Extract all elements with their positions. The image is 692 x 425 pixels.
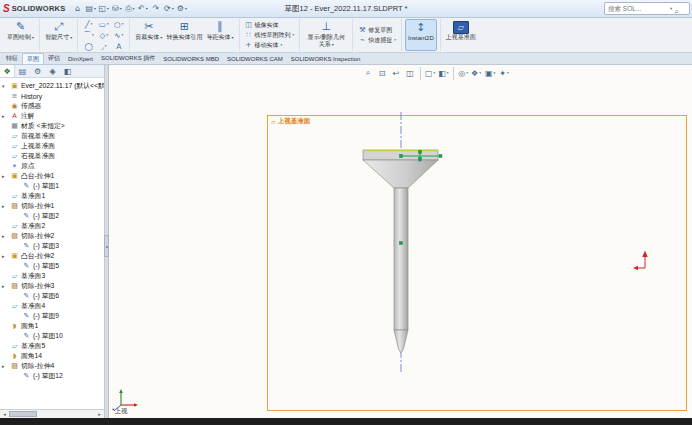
tree-item[interactable]: 基准面4	[2, 301, 104, 311]
instant2d-button[interactable]: ↕ Instant2D	[405, 19, 437, 51]
tree-item[interactable]: 切除-拉伸1	[2, 201, 104, 211]
zoom-area[interactable]: ⊡▾	[375, 67, 389, 80]
line-tool[interactable]: ╱	[81, 19, 96, 30]
search-input[interactable]	[608, 5, 668, 12]
tree-item[interactable]: 材质 <未指定>	[2, 121, 104, 131]
expand-arrow-icon[interactable]	[2, 363, 8, 369]
tree-item[interactable]: 切除-拉伸2	[2, 231, 104, 241]
ribbon-tab[interactable]: 草图	[22, 53, 44, 64]
tree-item[interactable]: (-) 草图9	[2, 311, 104, 321]
sketch-button[interactable]: ✎ 草图绘制	[5, 19, 36, 51]
tree-item[interactable]: 圆角1	[2, 321, 104, 331]
ribbon-tab[interactable]: 评估	[44, 53, 64, 64]
undo-icon[interactable]: ↶	[136, 2, 149, 16]
tree-item[interactable]: (-) 草图2	[2, 211, 104, 221]
print-icon[interactable]: ⎙	[123, 2, 136, 16]
tree-item[interactable]: (-) 草图5	[2, 261, 104, 271]
repair-sketch-button[interactable]: ⚒ 修复草图	[356, 26, 398, 35]
tree-item[interactable]: 凸台-拉伸1	[2, 171, 104, 181]
move-entities-button[interactable]: + 移动实体	[243, 41, 297, 50]
open-icon[interactable]: ◱	[97, 2, 110, 16]
ribbon-tab[interactable]: SOLIDWORKS CAM	[223, 53, 287, 64]
graphics-viewport[interactable]: ⌕▾ ⊡▾ ↩▾ ◫▾ ▢▾ ◧▾	[109, 65, 692, 418]
apply-scene[interactable]: ▣▾	[483, 67, 497, 80]
view-orientation[interactable]: ▢▾	[420, 67, 436, 80]
previous-view[interactable]: ↩▾	[389, 67, 403, 80]
tree-item[interactable]: 基准面3	[2, 271, 104, 281]
convert-entities-button[interactable]: ⊞ 转换实体引用	[164, 19, 204, 51]
home-icon[interactable]: ⌂	[71, 2, 84, 16]
tree-item[interactable]: (-) 草图10	[2, 331, 104, 341]
smart-dimension-button[interactable]: ⤢ 智能尺寸	[43, 19, 74, 51]
tree-item[interactable]: 传感器	[2, 101, 104, 111]
scroll-left-icon[interactable]: ◂	[0, 411, 9, 417]
tree-item[interactable]: History	[2, 91, 104, 101]
zoom-fit[interactable]: ⌕▾	[361, 67, 375, 80]
spline-tool[interactable]: ∿	[111, 30, 126, 41]
panel-horizontal-scrollbar[interactable]: ◂ ▸	[0, 409, 104, 418]
ribbon-tab[interactable]: DimXpert	[64, 53, 97, 64]
expand-arrow-icon[interactable]	[2, 233, 8, 239]
propertymanager-tab[interactable]: ▤	[15, 65, 30, 77]
display-delete-relations-button[interactable]: ⊥ 显示/删除几何关系	[303, 19, 349, 51]
model-valve[interactable]	[109, 65, 692, 418]
ellipse-tool[interactable]: ◯	[81, 41, 96, 52]
text-tool[interactable]: A	[111, 41, 126, 52]
sketch-fillet-tool[interactable]: ◞	[96, 41, 111, 52]
polygon-tool[interactable]: ◇	[96, 30, 111, 41]
tree-item[interactable]: 切除-拉伸4	[2, 361, 104, 371]
valve-body[interactable]	[363, 150, 438, 353]
tree-item[interactable]: 注解	[2, 111, 104, 121]
redo-icon[interactable]: ↷	[149, 2, 162, 16]
edit-appearance[interactable]: ❖▾	[469, 67, 483, 80]
scroll-right-icon[interactable]: ▸	[95, 411, 104, 417]
section-view[interactable]: ◫▾	[403, 67, 417, 80]
tree-item[interactable]: 基准面1	[2, 191, 104, 201]
display-style[interactable]: ◧▾	[436, 67, 450, 80]
scrollbar-thumb[interactable]	[9, 411, 37, 417]
hide-show-items[interactable]: ◎▾	[453, 67, 469, 80]
tree-item[interactable]: 基准面2	[2, 221, 104, 231]
tree-root-item[interactable]: Ever_2022.11.17 (默认<<默认>_显示状态	[2, 80, 104, 91]
ribbon-tab[interactable]: SOLIDWORKS MBD	[159, 53, 223, 64]
tree-item[interactable]: (-) 草图12	[2, 371, 104, 381]
expand-arrow-icon[interactable]	[2, 173, 8, 179]
new-document-icon[interactable]: ▤	[84, 2, 97, 16]
linear-sketch-pattern-button[interactable]: ∷ 线性草图阵列	[243, 31, 297, 40]
tree-item[interactable]: 上视基准面	[2, 141, 104, 151]
expand-arrow-icon[interactable]	[2, 203, 8, 209]
tree-item[interactable]: 前视基准面	[2, 131, 104, 141]
offset-entities-button[interactable]: ∥ 等距实体	[204, 19, 235, 51]
rebuild-icon[interactable]: ⟳	[162, 2, 175, 16]
tree-item[interactable]: 基准面5	[2, 341, 104, 351]
dimxpertmanager-tab[interactable]: ◈	[45, 65, 60, 77]
quick-snaps-button[interactable]: ⌁ 快速捕捉	[356, 36, 398, 45]
ribbon-tab[interactable]: SOLIDWORKS Inspection	[287, 53, 365, 64]
featuremanager-tab[interactable]: ❖	[0, 65, 15, 77]
tree-item[interactable]: 原点	[2, 161, 104, 171]
tree-item[interactable]: (-) 草图3	[2, 241, 104, 251]
options-icon[interactable]: ⚙	[175, 2, 188, 16]
ribbon-tab[interactable]: SOLIDWORKS 插件	[97, 53, 159, 64]
expand-arrow-icon[interactable]	[2, 113, 8, 119]
tree-item[interactable]: 凸台-拉伸2	[2, 251, 104, 261]
view-settings[interactable]: ✦▾	[497, 67, 511, 80]
tree-item[interactable]: (-) 草图1	[2, 181, 104, 191]
expand-arrow-icon[interactable]	[2, 283, 8, 289]
arc-tool[interactable]: ⌒	[81, 30, 96, 41]
search-box[interactable]: ▾	[604, 2, 690, 15]
collapse-arrow-icon[interactable]	[2, 83, 8, 89]
circle-tool[interactable]: ○	[111, 19, 126, 30]
tree-item[interactable]: 切除-拉伸3	[2, 281, 104, 291]
tree-item[interactable]: 圆角14	[2, 351, 104, 361]
displaymanager-tab[interactable]: ◧	[60, 65, 75, 77]
ribbon-tab[interactable]: 特征	[2, 53, 22, 64]
rectangle-tool[interactable]: ▭	[96, 19, 111, 30]
configurationmanager-tab[interactable]: ⚙	[30, 65, 45, 77]
trim-entities-button[interactable]: ✂ 剪裁实体	[133, 19, 164, 51]
expand-arrow-icon[interactable]	[2, 253, 8, 259]
top-plane-tool-button[interactable]: ▱ 上视基准面	[444, 19, 478, 51]
save-icon[interactable]: ⛁	[110, 2, 123, 16]
tree-item[interactable]: (-) 草图6	[2, 291, 104, 301]
tree-item[interactable]: 右视基准面	[2, 151, 104, 161]
